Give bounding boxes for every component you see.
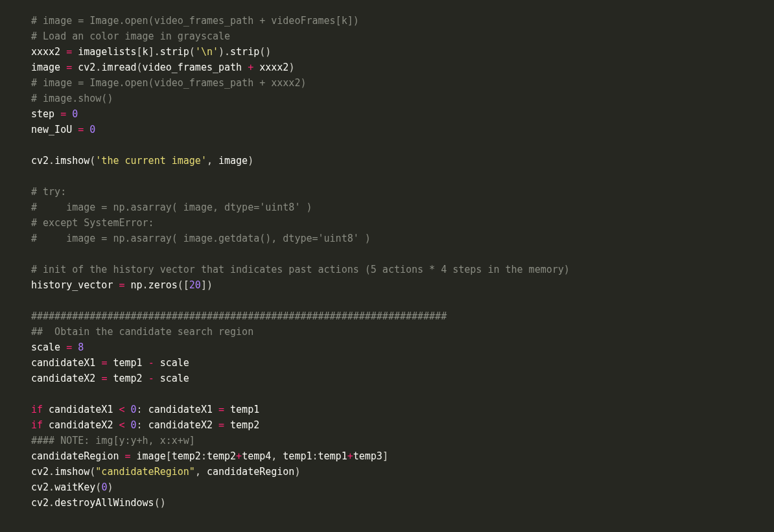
code-token: imshow	[54, 466, 89, 478]
code-line: # image = np.asarray( image.getdata(), d…	[31, 233, 371, 244]
code-token: (	[189, 46, 195, 58]
code-token: strip	[230, 46, 259, 58]
code-token: 8	[78, 341, 84, 353]
code-token: candidateX1	[148, 404, 218, 415]
code-line: # try:	[31, 186, 66, 198]
code-token: temp1	[107, 357, 148, 369]
code-line: # image = Image.open(video_frames_path +…	[31, 15, 359, 27]
code-token: zeros	[148, 279, 178, 291]
code-token: image	[31, 62, 66, 73]
code-token: cv2	[31, 481, 49, 493]
code-token: cv2	[72, 62, 95, 73]
code-line: image = cv2.imread(video_frames_path + x…	[31, 62, 294, 73]
code-line: # image = Image.open(video_frames_path +…	[31, 77, 306, 89]
code-token: temp1	[224, 404, 259, 415]
code-line: if candidateX2 < 0: candidateX2 = temp2	[31, 419, 259, 431]
code-line: cv2.destroyAllWindows()	[31, 497, 166, 509]
code-token: ()	[259, 46, 271, 58]
code-line: scale = 8	[31, 341, 84, 353]
code-token: ])	[201, 279, 213, 291]
code-token: temp2	[107, 373, 148, 384]
code-token: (	[137, 62, 143, 73]
code-token: imread	[101, 62, 136, 73]
code-token: <	[119, 419, 124, 431]
code-token: # try:	[31, 186, 66, 198]
code-token: .	[49, 497, 54, 509]
code-token: +	[347, 450, 353, 462]
code-token	[125, 404, 131, 415]
code-token: .	[49, 466, 54, 478]
code-token: temp2	[207, 450, 236, 462]
code-token: =	[60, 108, 66, 120]
code-token: xxxx2	[31, 46, 66, 58]
code-token: =	[218, 419, 224, 431]
code-token: :	[201, 450, 207, 462]
code-line: candidateRegion = image[temp2:temp2+temp…	[31, 450, 388, 462]
code-token: '\n'	[195, 46, 218, 58]
code-token: +	[236, 450, 242, 462]
code-token: 0	[72, 108, 78, 120]
code-line: # image.show()	[31, 93, 113, 104]
code-token: # except SystemError:	[31, 217, 154, 229]
code-line: # except SystemError:	[31, 217, 154, 229]
code-token: if	[31, 419, 43, 431]
code-token: 'the current image'	[95, 155, 207, 167]
code-token: scale	[31, 341, 66, 353]
code-line: history_vector = np.zeros([20])	[31, 279, 213, 291]
code-line: # init of the history vector that indica…	[31, 264, 570, 275]
code-token: # image = Image.open(video_frames_path +…	[31, 77, 306, 89]
code-token: (	[89, 155, 95, 167]
code-token	[125, 419, 131, 431]
code-token: =	[66, 341, 72, 353]
code-token: #### NOTE: img[y:y+h, x:x+w]	[31, 435, 195, 446]
code-token: =	[119, 279, 124, 291]
code-token: )	[107, 481, 113, 493]
code-token: strip	[160, 46, 189, 58]
code-line: ## Obtain the candidate search region	[31, 326, 253, 338]
code-token: candidateRegion	[207, 466, 294, 478]
code-token: (	[89, 466, 95, 478]
code-token: step	[31, 108, 60, 120]
code-token: ## Obtain the candidate search region	[31, 326, 253, 338]
code-token: =	[66, 46, 72, 58]
code-token: scale	[154, 357, 189, 369]
code-token: "candidateRegion"	[95, 466, 195, 478]
code-token: 0	[89, 124, 95, 135]
code-token: candidateX1	[43, 404, 119, 415]
code-token: temp3	[353, 450, 382, 462]
code-token: temp2	[172, 450, 201, 462]
code-token: [	[137, 46, 143, 58]
code-token: -	[148, 373, 154, 384]
code-token: xxxx2	[253, 62, 288, 73]
code-token: candidateX1	[31, 357, 101, 369]
code-token: k	[143, 46, 148, 58]
code-line: cv2.imshow("candidateRegion", candidateR…	[31, 466, 300, 478]
code-token: [	[166, 450, 172, 462]
code-token: waitKey	[54, 481, 95, 493]
code-token: <	[119, 404, 124, 415]
code-token: destroyAllWindows	[54, 497, 154, 509]
code-line: candidateX1 = temp1 - scale	[31, 357, 189, 369]
code-token: -	[148, 357, 154, 369]
code-line: # Load an color image in grayscale	[31, 30, 230, 42]
code-token: =	[218, 404, 224, 415]
code-token: image	[131, 450, 166, 462]
code-line: xxxx2 = imagelists[k].strip('\n').strip(…	[31, 46, 271, 58]
code-line: #### NOTE: img[y:y+h, x:x+w]	[31, 435, 195, 446]
code-token: # image.show()	[31, 93, 113, 104]
code-line: cv2.waitKey(0)	[31, 481, 113, 493]
code-token: .	[49, 481, 54, 493]
code-token: video_frames_path	[143, 62, 248, 73]
code-token: candidateX2	[31, 373, 101, 384]
code-token: ]	[382, 450, 388, 462]
code-token	[72, 341, 78, 353]
code-token: :	[137, 419, 148, 431]
code-token: cv2	[31, 155, 49, 167]
code-token: candidateX2	[43, 419, 119, 431]
code-token: np	[125, 279, 143, 291]
code-token: )	[248, 155, 253, 167]
code-token: imshow	[54, 155, 89, 167]
code-token: cv2	[31, 466, 49, 478]
code-token: temp1	[283, 450, 312, 462]
code-token: )	[288, 62, 294, 73]
